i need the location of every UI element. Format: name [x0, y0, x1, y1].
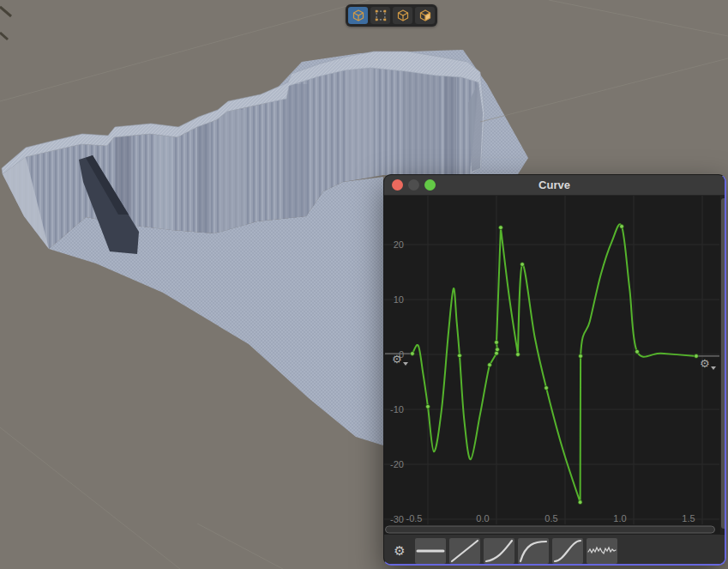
x-tick-label: 0.5	[544, 513, 557, 524]
preset-smooth-step-button[interactable]	[552, 538, 583, 564]
horizontal-scrollbar[interactable]	[386, 526, 715, 533]
preset-constant-button[interactable]	[415, 538, 446, 564]
x-tick-label: 0.0	[476, 513, 489, 524]
preset-ease-out-button[interactable]	[518, 538, 549, 564]
curve-point[interactable]	[520, 263, 525, 267]
left-endpoint-gear-icon[interactable]: ⚙	[392, 353, 402, 366]
preset-random-curve-icon	[587, 538, 617, 564]
viewport-mode-toolbar	[346, 4, 437, 27]
curve-point[interactable]	[499, 226, 503, 230]
curve-point[interactable]	[426, 404, 430, 409]
curve-point[interactable]	[635, 349, 640, 354]
traffic-lights	[392, 179, 436, 191]
curve-point[interactable]	[496, 348, 500, 352]
curve-point[interactable]	[495, 351, 499, 355]
curve-point[interactable]	[495, 341, 499, 345]
preset-linear-curve-icon	[449, 538, 480, 564]
preset-constant-curve-icon	[415, 538, 446, 564]
x-tick-label: -0.5	[406, 513, 423, 524]
curve-point[interactable]	[695, 354, 699, 359]
right-endpoint-gear-icon[interactable]: ⚙	[700, 357, 710, 370]
curve-point[interactable]	[544, 386, 549, 390]
y-tick-label: 20	[394, 239, 404, 250]
preset-ease-out-curve-icon	[518, 538, 549, 564]
preset-shelf: ⚙	[384, 534, 725, 566]
vertical-scrollbar[interactable]	[721, 198, 726, 529]
curve-plot-area[interactable]: 20100-10-20-30-0.50.00.51.01.5⚙⚙	[384, 196, 726, 534]
shelf-gear-icon[interactable]: ⚙	[384, 543, 415, 559]
shaded-view-button[interactable]	[415, 7, 435, 24]
box-select-icon	[374, 9, 388, 22]
curve-point[interactable]	[458, 354, 462, 358]
grid-line	[549, 0, 728, 36]
wireframe-view-button[interactable]	[393, 7, 412, 24]
curve-point[interactable]	[488, 363, 492, 367]
curve-point[interactable]	[578, 500, 582, 505]
preset-buttons	[415, 538, 621, 564]
y-tick-label: -30	[390, 514, 404, 524]
close-button[interactable]	[392, 179, 403, 191]
curve-point[interactable]	[516, 353, 520, 357]
preset-smooth-step-curve-icon	[552, 538, 583, 564]
preset-linear-button[interactable]	[449, 538, 480, 564]
x-tick-label: 1.0	[613, 513, 626, 524]
window-titlebar[interactable]: Curve	[384, 175, 725, 196]
curve-editor-window: Curve 20100-10-20-30-0.50.00.51.01.5⚙⚙ ⚙	[383, 174, 726, 566]
grid-line	[197, 524, 283, 569]
grid-line	[0, 427, 180, 569]
solid-view-button[interactable]	[348, 7, 368, 24]
cube-shaded-icon	[418, 9, 432, 22]
box-select-button[interactable]	[370, 7, 390, 24]
grid-line	[480, 58, 728, 122]
y-tick-label: -10	[390, 404, 404, 415]
zoom-button[interactable]	[424, 179, 436, 191]
cube-solid-icon	[352, 9, 365, 22]
preset-random-button[interactable]	[587, 538, 617, 564]
preset-ease-in-button[interactable]	[484, 538, 514, 564]
y-tick-label: 10	[394, 294, 404, 305]
curve-point[interactable]	[620, 224, 624, 228]
cube-wire-icon	[396, 9, 410, 22]
minimize-button[interactable]	[408, 179, 419, 191]
curve-point[interactable]	[411, 352, 415, 356]
x-tick-label: 1.5	[682, 513, 695, 524]
curve-point[interactable]	[579, 354, 583, 359]
app-screen: Curve 20100-10-20-30-0.50.00.51.01.5⚙⚙ ⚙	[0, 0, 728, 569]
y-tick-label: -20	[390, 459, 404, 469]
preset-ease-in-curve-icon	[484, 538, 514, 564]
